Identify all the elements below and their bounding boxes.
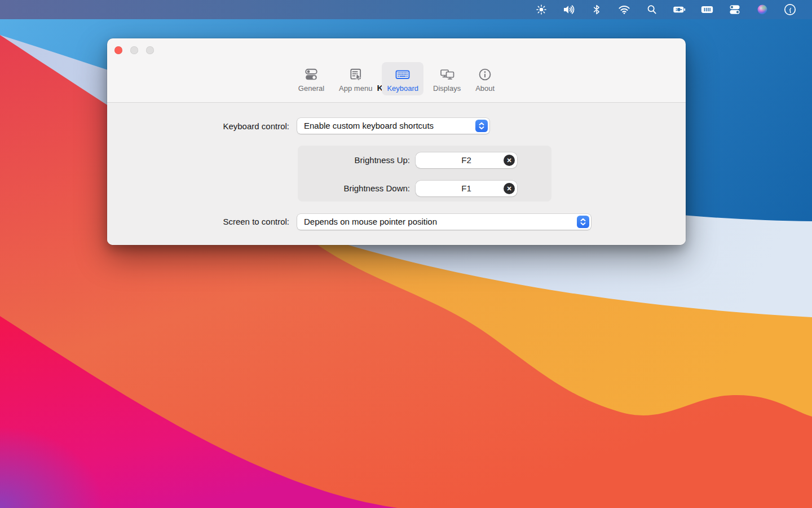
close-button[interactable] — [114, 46, 122, 54]
tab-app-menu[interactable]: App menu — [334, 62, 377, 95]
popup-stepper-icon — [475, 120, 488, 132]
clock-icon[interactable] — [783, 3, 797, 16]
screen-to-control-popup[interactable]: Depends on mouse pointer position — [297, 214, 591, 230]
menu-cursor-icon — [348, 65, 363, 84]
clear-shortcut-icon[interactable]: ✕ — [504, 155, 515, 166]
window-controls — [114, 46, 154, 54]
brightness-icon[interactable] — [535, 3, 548, 16]
bluetooth-icon[interactable] — [590, 3, 603, 16]
brightness-down-label: Brightness Down: — [298, 183, 410, 194]
hotkey-value: F1 — [416, 181, 517, 196]
level-indicator-icon[interactable] — [700, 3, 714, 16]
spotlight-search-icon[interactable] — [645, 3, 659, 16]
menu-bar — [0, 0, 812, 19]
popup-value: Enable custom keyboard shortcuts — [304, 118, 434, 134]
tab-general[interactable]: General — [293, 62, 329, 95]
tab-label: About — [475, 84, 495, 93]
displays-icon — [439, 65, 455, 84]
tab-label: Displays — [433, 84, 461, 93]
siri-icon[interactable] — [756, 3, 769, 16]
wifi-icon[interactable] — [617, 3, 631, 16]
screen-to-control-label: Screen to control: — [107, 216, 289, 227]
tab-about[interactable]: About — [470, 62, 500, 95]
keyboard-icon — [395, 65, 411, 84]
brightness-up-label: Brightness Up: — [298, 155, 410, 166]
tab-label: App menu — [339, 84, 372, 93]
keyboard-control-label: Keyboard control: — [107, 121, 289, 132]
preferences-window: Keyboard General App menu Keyboard Displ… — [107, 38, 686, 245]
keyboard-control-popup[interactable]: Enable custom keyboard shortcuts — [297, 118, 489, 134]
brightness-up-field[interactable]: F2 ✕ — [416, 152, 517, 168]
zoom-button[interactable] — [146, 46, 154, 54]
control-center-icon[interactable] — [728, 3, 742, 16]
shortcuts-groupbox: Brightness Up: F2 ✕ Brightness Down: F1 … — [298, 146, 551, 202]
popup-stepper-icon — [577, 216, 589, 228]
battery-charging-icon[interactable] — [673, 3, 686, 16]
tab-displays[interactable]: Displays — [428, 62, 466, 95]
tab-label: Keyboard — [387, 84, 418, 93]
clear-shortcut-icon[interactable]: ✕ — [504, 183, 515, 194]
tab-keyboard[interactable]: Keyboard — [382, 62, 423, 95]
brightness-down-field[interactable]: F1 ✕ — [416, 181, 517, 196]
toolbar-tabs: General App menu Keyboard Displays About — [107, 62, 686, 95]
tab-label: General — [298, 84, 324, 93]
minimize-button[interactable] — [130, 46, 138, 54]
hotkey-value: F2 — [416, 152, 517, 168]
info-icon — [478, 65, 492, 84]
volume-icon[interactable] — [562, 3, 576, 16]
toggles-icon — [304, 65, 319, 84]
popup-value: Depends on mouse pointer position — [304, 214, 437, 230]
